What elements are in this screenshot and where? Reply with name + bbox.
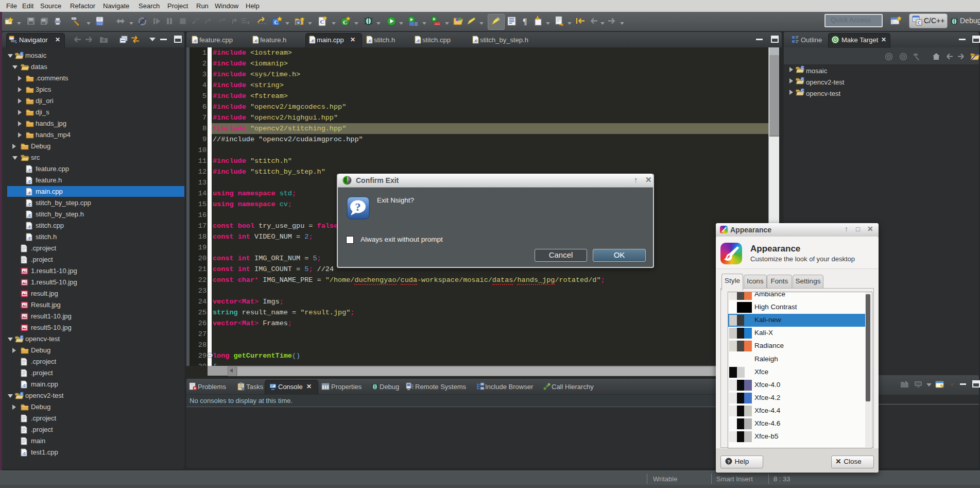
svg-text:?: ? (727, 459, 730, 464)
svg-text:.c: .c (27, 224, 31, 229)
svg-text:C: C (801, 77, 804, 81)
svg-text:C: C (801, 89, 804, 92)
svg-text:.c: .c (474, 38, 478, 43)
svg-text:.c: .c (27, 178, 31, 183)
svg-text:.c: .c (22, 450, 26, 456)
svg-text:C: C (21, 335, 23, 339)
svg-text:.c: .c (416, 38, 420, 43)
svg-text:010: 010 (97, 22, 102, 25)
svg-text:.c: .c (254, 38, 258, 43)
svg-text:C: C (917, 20, 920, 25)
svg-text:C: C (21, 52, 23, 55)
svg-text:.c: .c (27, 190, 31, 195)
svg-text:C: C (343, 19, 347, 25)
svg-text:c: c (298, 21, 299, 25)
svg-text:.c: .c (27, 167, 31, 172)
svg-text:.c: .c (311, 38, 315, 43)
svg-text:C: C (320, 19, 324, 25)
svg-text:.c: .c (27, 235, 31, 240)
svg-text:¶: ¶ (523, 17, 527, 26)
svg-text:?: ? (355, 200, 361, 213)
svg-text:C: C (801, 66, 804, 70)
svg-text:.c: .c (193, 38, 197, 43)
svg-text:.c: .c (368, 38, 372, 43)
svg-text:.c: .c (22, 382, 26, 388)
svg-text:C: C (274, 20, 278, 25)
svg-text:.c: .c (27, 212, 31, 217)
svg-text:C: C (21, 392, 23, 395)
svg-text:.c: .c (27, 201, 31, 206)
